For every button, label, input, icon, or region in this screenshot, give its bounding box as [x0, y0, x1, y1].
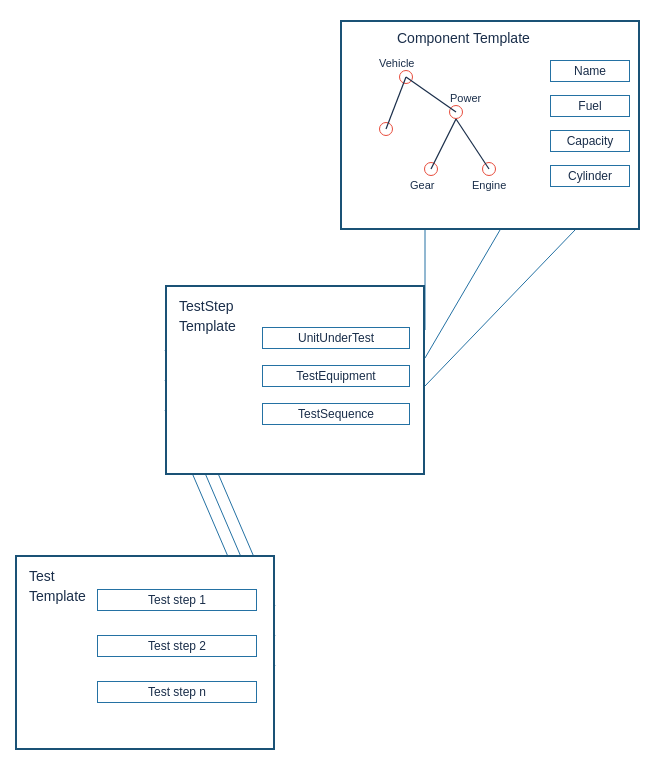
item-name: Name	[550, 60, 630, 82]
node-label-gear: Gear	[410, 179, 434, 191]
item-fuel: Fuel	[550, 95, 630, 117]
item-unitundertest: UnitUnderTest	[262, 327, 410, 349]
component-template-box: Component Template Vehicle Power Gear En…	[340, 20, 640, 230]
item-testequipment: TestEquipment	[262, 365, 410, 387]
node-label-engine: Engine	[472, 179, 506, 191]
svg-line-5	[425, 230, 575, 386]
svg-line-9	[456, 119, 489, 169]
svg-line-7	[386, 77, 406, 129]
item-testsequence: TestSequence	[262, 403, 410, 425]
node-label-vehicle: Vehicle	[379, 57, 414, 69]
tree-node-anon	[379, 122, 393, 136]
tree-node-power	[449, 105, 463, 119]
teststep-template-box: TestStepTemplate UnitUnderTest TestEquip…	[165, 285, 425, 475]
item-teststep2: Test step 2	[97, 635, 257, 657]
node-label-power: Power	[450, 92, 481, 104]
tree-node-engine	[482, 162, 496, 176]
item-teststep1: Test step 1	[97, 589, 257, 611]
svg-line-6	[406, 77, 456, 112]
item-teststepn: Test step n	[97, 681, 257, 703]
item-capacity: Capacity	[550, 130, 630, 152]
item-cylinder: Cylinder	[550, 165, 630, 187]
svg-line-8	[431, 119, 456, 169]
tree-node-gear	[424, 162, 438, 176]
tree-node-vehicle	[399, 70, 413, 84]
test-template-box: TestTemplate Test step 1 Test step 2 Tes…	[15, 555, 275, 750]
teststep-template-title: TestStepTemplate	[179, 297, 236, 336]
test-template-title: TestTemplate	[29, 567, 86, 606]
component-template-title: Component Template	[397, 30, 530, 46]
svg-line-4	[425, 230, 500, 358]
